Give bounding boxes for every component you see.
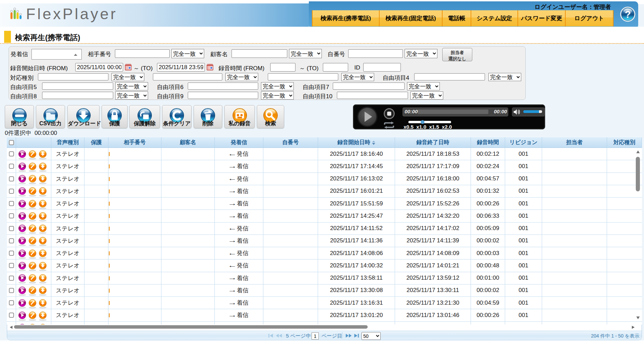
svg-text:?: ? [625, 9, 631, 20]
